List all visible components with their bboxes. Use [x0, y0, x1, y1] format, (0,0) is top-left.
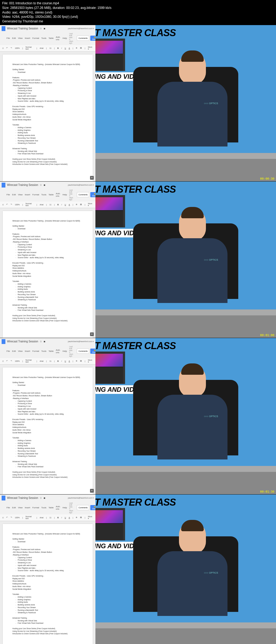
menu-add-ons[interactable]: Add-ons	[56, 36, 60, 41]
doc-sheet[interactable]: Wirecast Live Video Production Training …	[3, 54, 93, 181]
doc-title[interactable]: Wirecast Training Session ☆ ■	[7, 183, 66, 186]
explore-button[interactable]: +	[90, 176, 94, 180]
redo-icon[interactable]: ↷	[10, 203, 13, 206]
zoom-select[interactable]: 100%	[14, 360, 20, 362]
menu-file[interactable]: File	[6, 350, 10, 352]
menu-file[interactable]: File	[6, 193, 10, 196]
menu-format[interactable]: Format	[32, 350, 39, 352]
zoom-select[interactable]: 100%	[14, 516, 20, 519]
menu-table[interactable]: Table	[49, 506, 54, 509]
redo-icon[interactable]: ↷	[10, 360, 13, 362]
menu-add-ons[interactable]: Add-ons	[56, 349, 60, 354]
underline-icon[interactable]: U	[64, 203, 67, 206]
zoom-select[interactable]: 100%	[14, 203, 20, 206]
menu-table[interactable]: Table	[49, 350, 54, 352]
print-icon[interactable]: ⎙	[2, 203, 4, 206]
menu-view[interactable]: View	[18, 350, 23, 352]
explore-button[interactable]: +	[90, 332, 94, 336]
zoom-select[interactable]: 100%	[14, 47, 20, 49]
menu-insert[interactable]: Insert	[25, 37, 30, 39]
bold-icon[interactable]: B	[57, 47, 60, 49]
print-icon[interactable]: ⎙	[2, 516, 4, 519]
menu-insert[interactable]: Insert	[25, 193, 30, 196]
menu-insert[interactable]: Insert	[25, 350, 30, 352]
doc-title[interactable]: Wirecast Training Session ☆ ■	[7, 27, 66, 30]
menu-tools[interactable]: Tools	[41, 37, 46, 39]
user-email[interactable]: paulrichards@haverford.com ▾	[68, 184, 94, 186]
italic-icon[interactable]: I	[61, 360, 63, 362]
menu-file[interactable]: File	[6, 37, 10, 39]
comments-button[interactable]: Comments	[77, 349, 89, 354]
menu-table[interactable]: Table	[49, 37, 54, 39]
italic-icon[interactable]: I	[61, 516, 63, 519]
explore-button[interactable]: +	[90, 489, 94, 493]
text-color-icon[interactable]: A	[68, 360, 71, 362]
menu-format[interactable]: Format	[32, 193, 39, 196]
comment-icon[interactable]: ▤	[79, 360, 83, 362]
bold-icon[interactable]: B	[57, 516, 60, 519]
comments-button[interactable]: Comments	[77, 192, 89, 197]
menu-add-ons[interactable]: Add-ons	[56, 192, 60, 197]
font-select[interactable]: Arial	[39, 203, 44, 206]
comment-icon[interactable]: ▤	[79, 47, 83, 49]
link-icon[interactable]: ⊕	[75, 47, 78, 49]
doc-sheet[interactable]: Wirecast Live Video Production Training …	[3, 211, 93, 338]
underline-icon[interactable]: U	[64, 360, 67, 362]
italic-icon[interactable]: I	[61, 203, 63, 206]
italic-icon[interactable]: I	[61, 47, 63, 49]
comments-button[interactable]: Comments	[77, 505, 89, 510]
comment-icon[interactable]: ▤	[79, 516, 83, 519]
menu-edit[interactable]: Edit	[12, 37, 16, 39]
bold-icon[interactable]: B	[57, 203, 60, 206]
menu-file[interactable]: File	[6, 506, 10, 509]
size-select[interactable]: 11	[49, 47, 52, 49]
menu-format[interactable]: Format	[32, 506, 39, 509]
menu-tools[interactable]: Tools	[41, 350, 46, 352]
more-button[interactable]: More ▾	[87, 46, 94, 50]
text-color-icon[interactable]: A	[68, 516, 71, 519]
menu-help[interactable]: Help	[63, 350, 67, 352]
size-select[interactable]: 11	[49, 516, 52, 519]
comments-button[interactable]: Comments	[77, 36, 89, 41]
print-icon[interactable]: ⎙	[2, 47, 4, 49]
style-select[interactable]: Normal text	[25, 46, 35, 50]
font-select[interactable]: Arial	[39, 516, 44, 519]
menu-tools[interactable]: Tools	[41, 193, 46, 196]
menu-edit[interactable]: Edit	[12, 506, 16, 509]
font-select[interactable]: Arial	[39, 360, 44, 362]
doc-sheet[interactable]: Wirecast Live Video Production Training …	[3, 524, 93, 644]
menu-view[interactable]: View	[18, 193, 23, 196]
menu-edit[interactable]: Edit	[12, 193, 16, 196]
menu-table[interactable]: Table	[49, 193, 54, 196]
more-button[interactable]: More ▾	[87, 515, 94, 520]
size-select[interactable]: 11	[49, 203, 52, 206]
undo-icon[interactable]: ↶	[5, 47, 9, 49]
user-email[interactable]: paulrichards@haverford.com ▾	[68, 28, 94, 30]
link-icon[interactable]: ⊕	[75, 203, 78, 206]
menu-help[interactable]: Help	[63, 37, 67, 39]
undo-icon[interactable]: ↶	[5, 203, 9, 206]
redo-icon[interactable]: ↷	[10, 47, 13, 49]
style-select[interactable]: Normal text	[25, 202, 35, 207]
undo-icon[interactable]: ↶	[5, 360, 9, 362]
font-select[interactable]: Arial	[39, 47, 44, 49]
size-select[interactable]: 11	[49, 360, 52, 362]
menu-add-ons[interactable]: Add-ons	[56, 505, 60, 510]
menu-insert[interactable]: Insert	[25, 506, 30, 509]
menu-tools[interactable]: Tools	[41, 506, 46, 509]
menu-help[interactable]: Help	[63, 193, 67, 196]
menu-help[interactable]: Help	[63, 506, 67, 509]
more-button[interactable]: More ▾	[87, 202, 94, 207]
comment-icon[interactable]: ▤	[79, 203, 83, 206]
underline-icon[interactable]: U	[64, 516, 67, 519]
style-select[interactable]: Normal text	[25, 515, 35, 520]
style-select[interactable]: Normal text	[25, 359, 35, 363]
menu-view[interactable]: View	[18, 506, 23, 509]
text-color-icon[interactable]: A	[68, 47, 71, 49]
link-icon[interactable]: ⊕	[75, 516, 78, 519]
menu-edit[interactable]: Edit	[12, 350, 16, 352]
menu-format[interactable]: Format	[32, 37, 39, 39]
bold-icon[interactable]: B	[57, 360, 60, 362]
menu-view[interactable]: View	[18, 37, 23, 39]
doc-title[interactable]: Wirecast Training Session ☆ ■	[7, 340, 66, 343]
